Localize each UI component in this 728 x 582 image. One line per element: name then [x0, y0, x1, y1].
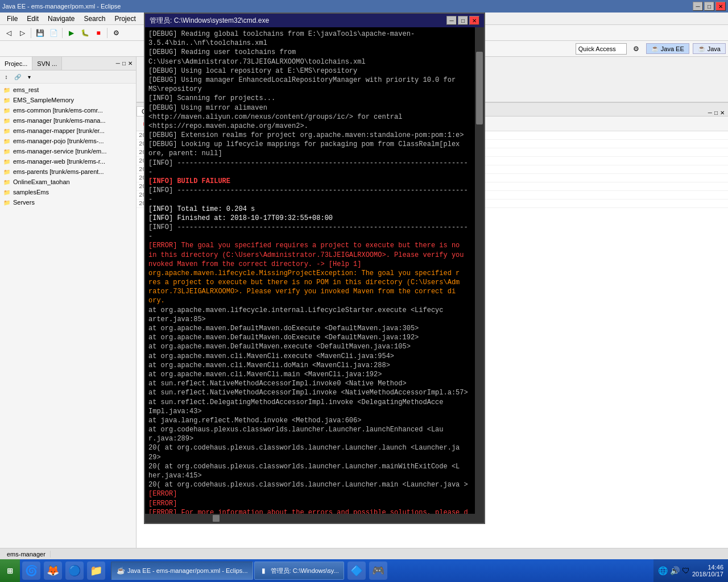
tree-item-label: ems-parents [trunk/ems-parent... — [13, 168, 104, 175]
eclipse-title: Java EE - ems-manager/pom.xml - Eclipse — [2, 3, 121, 10]
tree-item-label: samplesEms — [13, 189, 49, 196]
taskbar-app-eclipse[interactable]: ☕ Java EE - ems-manager/pom.xml - Eclips… — [111, 562, 253, 580]
toolbar-run-btn[interactable]: ▶ — [65, 27, 77, 39]
folder-icon: 📁 — [2, 95, 11, 105]
tree-item-ems-common[interactable]: 📁 ems-common [trunk/ems-comr... — [0, 105, 136, 115]
folder-icon: 📁 — [2, 177, 11, 186]
volume-icon[interactable]: 🔊 — [670, 566, 680, 575]
launcher-icon-4: 📁 — [90, 564, 102, 577]
taskbar-launcher-1[interactable]: 🌀 — [22, 562, 40, 580]
cmd-line: at org.apache.maven.DefaultMaven.doExecu… — [148, 333, 471, 342]
cmd-line: [ERROR] — [148, 489, 471, 498]
toolbar-debug-btn[interactable]: 🐛 — [78, 27, 91, 39]
folder-icon: 📁 — [2, 106, 11, 115]
panel-tabs: Projec... SVN ... ─ □ ✕ — [0, 57, 136, 70]
menu-navigate[interactable]: Navigate — [43, 14, 79, 24]
taskbar-launcher-2[interactable]: 🦊 — [44, 562, 62, 580]
security-icon[interactable]: 🛡 — [682, 566, 690, 575]
cmd-line: [DEBUG] Using manager EnhancedLocalRepos… — [148, 76, 471, 94]
perspective-java-ee[interactable]: ☕ Java EE — [646, 43, 689, 54]
system-clock[interactable]: 14:46 2018/10/17 — [692, 564, 723, 577]
eclipse-close-btn[interactable]: ✕ — [715, 2, 726, 11]
eclipse-minimize-btn[interactable]: ─ — [693, 2, 703, 11]
project-explorer-tab[interactable]: Projec... — [0, 57, 32, 70]
perspective-java[interactable]: ☕ Java — [693, 43, 726, 54]
cmd-window-controls: ─ □ ✕ — [446, 16, 479, 25]
bottom-panel-maximize[interactable]: □ — [713, 110, 719, 116]
folder-icon: 📁 — [2, 167, 11, 176]
tree-toolbar: ↕ 🔗 ▾ — [0, 70, 136, 84]
toolbar-back-btn[interactable]: ◁ — [2, 27, 15, 39]
cmd-inner-layout: [DEBUG] Reading global toolchains from E… — [145, 27, 484, 514]
cmd-hscrollbar[interactable] — [145, 514, 484, 523]
tree-item-onlineexam[interactable]: 📁 OnlineExam_taohan — [0, 177, 136, 187]
toolbar-btn-extra[interactable]: ⚙ — [110, 27, 122, 39]
tree-item-label: ems-manager [trunk/ems-mana... — [13, 117, 106, 124]
cmd-close-btn[interactable]: ✕ — [469, 16, 479, 25]
launcher-icon-3: 🔵 — [68, 564, 81, 577]
tree-item-ems-mapper[interactable]: 📁 ems-manager-mapper [trunk/er... — [0, 126, 136, 136]
panel-maximize-btn[interactable]: □ — [121, 60, 127, 66]
toolbar-stop-btn[interactable]: ■ — [92, 27, 105, 39]
folder-icon: 📁 — [2, 147, 11, 156]
folder-icon: 📁 — [2, 116, 11, 125]
cmd-minimize-btn[interactable]: ─ — [446, 16, 457, 25]
taskbar-systray: 🌐 🔊 🛡 14:46 2018/10/17 — [653, 559, 728, 582]
cmd-line: [INFO] BUILD FAILURE — [148, 177, 471, 186]
cmd-line: at sun.reflect.DelegatingMethodAccessorI… — [148, 398, 471, 416]
cmd-line: [DEBUG] Reading user toolchains from C:\… — [148, 48, 471, 66]
panel-minimize-btn[interactable]: ─ — [115, 60, 121, 66]
tree-menu-btn[interactable]: ▾ — [24, 72, 34, 82]
toolbar-save-btn[interactable]: 💾 — [34, 27, 46, 39]
menu-search[interactable]: Search — [79, 14, 110, 24]
tree-item-ems-pojo[interactable]: 📁 ems-manager-pojo [trunk/ems-... — [0, 136, 136, 146]
eclipse-maximize-btn[interactable]: □ — [704, 2, 714, 11]
cmd-scroll-thumb[interactable] — [476, 52, 483, 124]
tree-item-ems-sample[interactable]: 📁 EMS_SampleMemory — [0, 95, 136, 105]
folder-icon: 📁 — [2, 157, 11, 166]
taskbar-app-cmd[interactable]: ▮ 管理员: C:\Windows\sy... — [254, 562, 344, 580]
menu-file[interactable]: File — [2, 14, 22, 24]
launcher-icon-2: 🦊 — [47, 564, 59, 577]
cmd-titlebar[interactable]: 管理员: C:\Windows\system32\cmd.exe ─ □ ✕ — [145, 14, 484, 27]
toolbar-separator-2 — [62, 28, 63, 38]
toolbar-btn-2[interactable]: 📄 — [47, 27, 60, 39]
cmd-output[interactable]: [DEBUG] Reading global toolchains from E… — [145, 27, 475, 514]
svn-repositories-tab[interactable]: SVN ... — [32, 57, 62, 70]
start-button[interactable]: ⊞ — [0, 559, 20, 582]
tree-item-samplesems[interactable]: 📁 samplesEms — [0, 187, 136, 197]
toolbar-separator-1 — [31, 28, 31, 38]
cmd-line: at org.apache.maven.cli.MavenCli.main <M… — [148, 370, 471, 379]
perspective-settings-btn[interactable]: ⚙ — [630, 43, 643, 55]
tree-item-ems-service[interactable]: 📁 ems-manager-service [trunk/em... — [0, 146, 136, 156]
folder-icon: 📁 — [2, 126, 11, 135]
cmd-maximize-btn[interactable]: □ — [458, 16, 468, 25]
taskbar-launcher-3[interactable]: 🔵 — [65, 562, 84, 580]
menu-edit[interactable]: Edit — [22, 14, 43, 24]
tree-item-ems-web[interactable]: 📁 ems-manager-web [trunk/ems-r... — [0, 156, 136, 167]
cmd-line: at org.apache.maven.cli.MavenCli.execute… — [148, 352, 471, 361]
panel-close-btn[interactable]: ✕ — [127, 60, 134, 66]
network-icon[interactable]: 🌐 — [658, 566, 668, 575]
taskbar-launcher-4[interactable]: 📁 — [87, 562, 105, 580]
bottom-panel-close[interactable]: ✕ — [719, 110, 726, 116]
cmd-hscroll-thumb[interactable] — [213, 515, 220, 522]
cmd-line: 20( at org.codehaus.plexus.classworlds.l… — [148, 480, 471, 489]
taskbar-intellij-icon[interactable]: 🔷 — [348, 562, 366, 580]
cmd-scrollbar[interactable] — [475, 27, 484, 514]
tree-item-label: EMS_SampleMemory — [13, 97, 74, 103]
tree-item-servers[interactable]: 📁 Servers — [0, 197, 136, 207]
menu-project[interactable]: Project — [110, 14, 140, 24]
folder-icon: 📁 — [2, 85, 11, 94]
folder-icon: 📁 — [2, 198, 11, 207]
tree-collapse-btn[interactable]: ↕ — [1, 72, 11, 82]
bottom-panel-minimize[interactable]: ─ — [707, 110, 713, 116]
tree-item-ems-manager[interactable]: 📁 ems-manager [trunk/ems-mana... — [0, 115, 136, 126]
cmd-line: at sun.reflect.NativeMethodAccessorImpl.… — [148, 379, 471, 388]
taskbar-app-icon-5[interactable]: 🎮 — [369, 562, 387, 580]
tree-item-ems-rest[interactable]: 📁 ems_rest — [0, 85, 136, 95]
tree-link-btn[interactable]: 🔗 — [13, 72, 23, 82]
tree-item-ems-parents[interactable]: 📁 ems-parents [trunk/ems-parent... — [0, 167, 136, 177]
cmd-line: at java.lang.reflect.Method.invoke <Meth… — [148, 416, 471, 425]
toolbar-forward-btn[interactable]: ▷ — [16, 27, 28, 39]
